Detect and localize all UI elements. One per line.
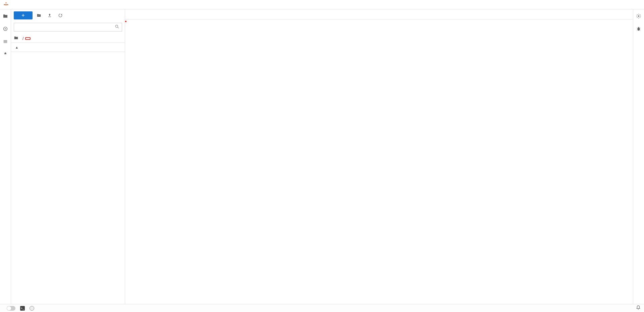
file-list-header[interactable]: ▴ [11, 43, 125, 52]
kernels-count[interactable] [28, 306, 34, 311]
folder-icon[interactable] [2, 13, 9, 19]
svg-point-5 [638, 27, 640, 30]
editor[interactable] [125, 19, 633, 304]
svg-point-3 [115, 25, 118, 27]
new-folder-icon[interactable] [35, 11, 43, 19]
terminal-icon: >_ [20, 306, 25, 311]
property-inspector-icon[interactable] [635, 13, 642, 19]
new-launcher-button[interactable]: + [14, 11, 33, 19]
mode-toggle[interactable] [7, 306, 15, 311]
breadcrumb[interactable]: / [11, 34, 125, 43]
folder-icon [14, 36, 18, 41]
refresh-icon[interactable] [56, 11, 65, 19]
breadcrumb-path[interactable] [25, 37, 31, 40]
extensions-icon[interactable] [2, 51, 9, 58]
left-activity-bar [0, 9, 11, 304]
breadcrumb-root: / [22, 36, 24, 41]
upload-icon[interactable] [45, 11, 54, 19]
bell-icon[interactable] [636, 305, 641, 311]
debugger-icon[interactable] [635, 25, 642, 32]
terminals-count[interactable]: >_ [19, 306, 25, 311]
file-browser: + / ▴ [11, 9, 125, 304]
menubar [0, 0, 644, 9]
svg-point-0 [6, 2, 7, 3]
svg-rect-2 [5, 28, 6, 29]
tabbar [125, 9, 633, 19]
file-list [11, 52, 125, 304]
right-activity-bar [633, 9, 644, 304]
running-icon[interactable] [2, 25, 9, 32]
line-gutter [125, 21, 137, 304]
filter-input[interactable] [14, 23, 122, 32]
editor-area [125, 9, 633, 304]
search-icon [115, 24, 119, 30]
jupyter-logo [3, 1, 9, 8]
toc-icon[interactable] [2, 38, 9, 45]
code-content[interactable] [137, 21, 633, 304]
sort-asc-icon: ▴ [16, 45, 18, 50]
statusbar: >_ [0, 304, 644, 312]
file-toolbar: + [11, 9, 125, 21]
sort-name[interactable]: ▴ [14, 45, 18, 50]
kernel-icon [30, 306, 34, 311]
svg-point-4 [638, 15, 639, 17]
